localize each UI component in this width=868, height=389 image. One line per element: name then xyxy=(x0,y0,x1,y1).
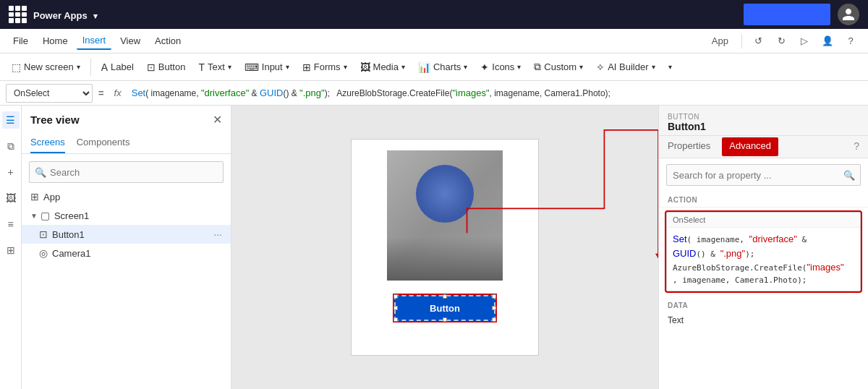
charts-button[interactable]: 📊 Charts ▾ xyxy=(412,59,473,76)
handle-bottom-left[interactable] xyxy=(393,317,398,322)
search-input[interactable] xyxy=(29,161,224,183)
handle-middle-left[interactable] xyxy=(393,306,398,310)
property-search-input[interactable] xyxy=(666,164,861,186)
handle-top-right[interactable] xyxy=(492,294,496,299)
icons-icon: ✦ xyxy=(480,61,489,73)
handle-top-center[interactable] xyxy=(443,294,447,299)
toolbar-sep-1 xyxy=(90,59,91,76)
tab-advanced[interactable]: Advanced xyxy=(722,137,778,156)
text-button[interactable]: T Text ▾ xyxy=(192,59,237,76)
more-arrow[interactable]: ▾ xyxy=(668,63,672,71)
ai-builder-arrow[interactable]: ▾ xyxy=(652,63,655,71)
icons-button[interactable]: ✦ Icons ▾ xyxy=(475,59,527,76)
label-icon: A xyxy=(101,61,108,73)
search-icon: 🔍 xyxy=(35,167,46,178)
camera-feed xyxy=(387,150,503,281)
face-blur-overlay xyxy=(416,165,474,223)
tree-close-button[interactable]: ✕ xyxy=(213,113,222,127)
tab-components[interactable]: Components xyxy=(77,132,130,153)
custom-button[interactable]: ⧉ Custom ▾ xyxy=(528,58,589,76)
tree-item-button1[interactable]: ⊡ Button1 ··· xyxy=(22,225,231,244)
menu-file[interactable]: File xyxy=(7,33,34,49)
text-arrow[interactable]: ▾ xyxy=(228,63,231,71)
input-button[interactable]: ⌨ Input ▾ xyxy=(239,59,295,76)
custom-arrow[interactable]: ▾ xyxy=(579,63,583,71)
tree-item-screen1-label: Screen1 xyxy=(54,210,222,221)
waffle-icon[interactable] xyxy=(9,6,26,23)
handle-middle-right[interactable] xyxy=(492,306,496,310)
new-screen-button[interactable]: ⬚ New screen ▾ xyxy=(6,59,86,76)
formula-text[interactable]: Set( imagename, "driverface" & GUID() & … xyxy=(132,87,862,98)
forms-button[interactable]: ⊞ Forms ▾ xyxy=(297,59,353,76)
screen-icon: ▢ xyxy=(41,210,50,221)
tree-search: 🔍 xyxy=(29,161,224,183)
tree-item-app[interactable]: ⊞ App xyxy=(22,187,231,206)
ai-builder-icon: ✧ xyxy=(596,61,605,73)
undo-button[interactable]: ↺ xyxy=(748,31,768,51)
treeview-icon[interactable]: ☰ xyxy=(2,111,20,129)
user-button[interactable]: 👤 xyxy=(817,31,838,51)
app-title: Power Apps ▾ xyxy=(33,9,98,21)
media-arrow[interactable]: ▾ xyxy=(401,63,405,71)
menu-action[interactable]: Action xyxy=(149,33,187,49)
property-search-icon: 🔍 xyxy=(843,170,855,181)
handle-top-left[interactable] xyxy=(393,294,398,299)
handle-bottom-center[interactable] xyxy=(443,317,447,322)
help-button[interactable]: ? xyxy=(841,31,861,51)
property-selector[interactable]: OnSelect xyxy=(6,84,93,103)
media-lib-icon[interactable]: 🖼 xyxy=(2,189,20,207)
canvas-frame: Button xyxy=(351,139,539,356)
title-bar: Power Apps ▾ xyxy=(0,0,868,29)
run-button[interactable]: ▷ xyxy=(794,31,814,51)
button-control[interactable]: Button xyxy=(394,295,495,321)
text-icon: T xyxy=(198,61,205,73)
right-panel-header: BUTTON Button1 xyxy=(659,106,868,136)
main-layout: ☰ ⧉ + 🖼 ≡ ⊞ Tree view ✕ Screens Componen… xyxy=(0,106,868,389)
svg-marker-1 xyxy=(655,254,658,259)
add-icon[interactable]: + xyxy=(2,163,20,181)
tree-item-button1-label: Button1 xyxy=(52,229,213,240)
control-name: Button1 xyxy=(668,121,859,132)
avatar[interactable] xyxy=(838,4,859,25)
onselect-box[interactable]: OnSelect Set( imagename, "driverface" & … xyxy=(666,212,861,291)
button1-more-icon[interactable]: ··· xyxy=(213,228,222,240)
media-icon: 🖼 xyxy=(360,61,370,73)
button-icon: ⊡ xyxy=(147,61,156,73)
menu-home[interactable]: Home xyxy=(37,33,74,49)
forms-arrow[interactable]: ▾ xyxy=(344,63,347,71)
redo-button[interactable]: ↻ xyxy=(771,31,791,51)
app-icon: ⊞ xyxy=(30,191,39,202)
button-button[interactable]: ⊡ Button xyxy=(141,59,192,76)
help-icon[interactable]: ? xyxy=(854,136,859,158)
menu-view[interactable]: View xyxy=(114,33,146,49)
tab-properties[interactable]: Properties xyxy=(668,136,710,158)
onselect-code[interactable]: Set( imagename, "driverface" & GUID() & … xyxy=(667,228,860,291)
fx-label: fx xyxy=(110,87,126,98)
menu-insert[interactable]: Insert xyxy=(77,32,112,50)
label-button[interactable]: A Label xyxy=(95,59,140,76)
ai-builder-button[interactable]: ✧ AI Builder ▾ xyxy=(590,59,660,76)
photo-bottom-overlay xyxy=(387,237,503,281)
more-button[interactable]: ▾ xyxy=(663,60,678,74)
tree-item-camera1[interactable]: ◎ Camera1 xyxy=(22,244,231,262)
formula-bar: OnSelect = fx Set( imagename, "driverfac… xyxy=(0,81,868,106)
tree-item-camera1-label: Camera1 xyxy=(52,248,222,259)
new-screen-arrow[interactable]: ▾ xyxy=(77,63,80,71)
charts-arrow[interactable]: ▾ xyxy=(464,63,467,71)
icons-arrow[interactable]: ▾ xyxy=(517,63,521,71)
variables-icon[interactable]: ≡ xyxy=(2,215,20,233)
layers-icon[interactable]: ⧉ xyxy=(2,137,20,155)
data-icon[interactable]: ⊞ xyxy=(2,241,20,259)
tab-screens[interactable]: Screens xyxy=(30,132,65,153)
action-section-header: ACTION xyxy=(659,192,868,208)
menu-separator-1 xyxy=(741,34,742,48)
media-button[interactable]: 🖼 Media ▾ xyxy=(354,59,411,76)
input-arrow[interactable]: ▾ xyxy=(286,63,289,71)
new-screen-icon: ⬚ xyxy=(12,61,21,73)
tree-item-screen1[interactable]: ▼ ▢ Screen1 xyxy=(22,206,231,225)
right-panel-tabs: Properties Advanced ? xyxy=(659,136,868,158)
input-icon: ⌨ xyxy=(244,61,259,73)
canvas-area: Button xyxy=(231,106,658,389)
handle-bottom-right[interactable] xyxy=(492,317,496,322)
app-title-arrow[interactable]: ▾ xyxy=(93,12,98,20)
